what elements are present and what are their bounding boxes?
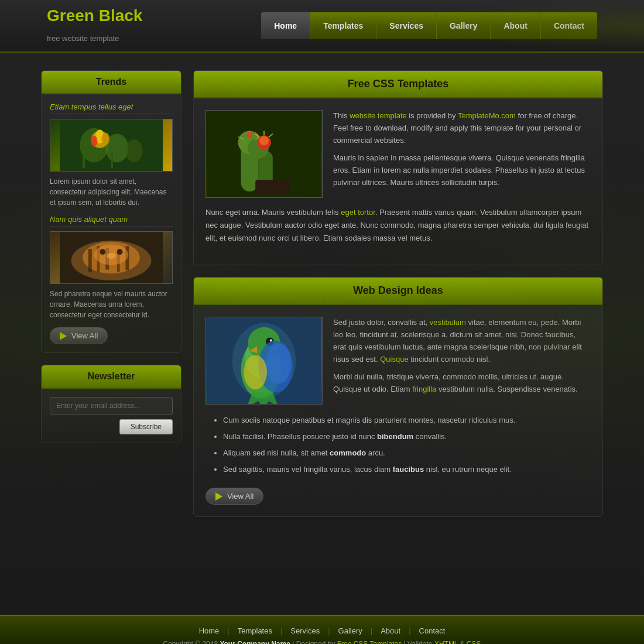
sidebar: Trends Etiam tempus tellus eget (41, 70, 181, 529)
newsletter-header: Newsletter (42, 365, 181, 389)
nav-home[interactable]: Home (261, 12, 310, 39)
bullet-list: Cum sociis natoque penatibus et magnis d… (205, 413, 591, 477)
svg-rect-7 (83, 154, 85, 168)
svg-point-5 (91, 135, 98, 147)
css-templates-content: This website template is provided by Tem… (194, 98, 602, 265)
svg-point-32 (259, 136, 269, 145)
footer-services[interactable]: Services (282, 626, 328, 635)
parrot-image (205, 317, 323, 405)
web-design-content: Sed justo dolor, convallis at, vestibulu… (194, 305, 602, 516)
trend2-title: Nam quis aliquet quam (50, 215, 173, 227)
main-nav: Home Templates Services Gallery About Co… (261, 12, 597, 39)
article1-para2: Mauris in sapien in massa pellentesque v… (333, 152, 591, 189)
webdesign-view-all-button[interactable]: View All (205, 488, 263, 505)
article2-layout: Sed justo dolor, convallis at, vestibulu… (205, 317, 591, 405)
vestibulum-link[interactable]: vestibulum (430, 318, 466, 327)
play-icon-2 (215, 492, 222, 501)
newsletter-content: Subscribe (42, 389, 181, 443)
article2-para2: Morbi dui nulla, tristique viverra, comm… (333, 371, 591, 396)
svg-point-45 (266, 344, 291, 384)
footer-home[interactable]: Home (191, 626, 228, 635)
bullet-item: Cum sociis natoque penatibus et magnis d… (223, 413, 591, 428)
website-template-link[interactable]: website template (350, 111, 407, 120)
header: Green Black free website template Home T… (0, 0, 644, 53)
footer-nav: Home | Templates | Services | Gallery | … (0, 626, 644, 635)
svg-point-9 (125, 139, 142, 162)
trends-header: Trends (42, 71, 181, 94)
svg-point-19 (100, 249, 105, 255)
main-content: Free CSS Templates (193, 70, 603, 529)
nav-templates[interactable]: Templates (310, 12, 376, 39)
cactus-image (205, 110, 323, 198)
site-title: Green Black free website template (47, 6, 176, 45)
outer-wrapper: Trends Etiam tempus tellus eget (0, 53, 644, 615)
nav-gallery[interactable]: Gallery (437, 12, 491, 39)
article1-layout: This website template is provided by Tem… (205, 110, 591, 198)
web-design-header: Web Design Ideas (194, 278, 602, 305)
play-icon (60, 332, 67, 340)
view-all-label: View All (71, 331, 98, 340)
footer: Home | Templates | Services | Gallery | … (0, 615, 644, 644)
content-wrapper: Trends Etiam tempus tellus eget (0, 64, 644, 546)
quisque-link[interactable]: Quisque (380, 355, 408, 364)
bullet-item: Sed sagittis, mauris vel fringilla variu… (223, 462, 591, 477)
svg-rect-36 (255, 180, 290, 194)
trend1-title: Etiam tempus tellus eget (50, 102, 173, 114)
email-input[interactable] (50, 397, 173, 415)
trend2-text: Sed pharetra neque vel mauris auctor orn… (50, 289, 173, 320)
footer-gallery[interactable]: Gallery (330, 626, 371, 635)
free-css-link[interactable]: Free CSS Templates (337, 640, 402, 644)
trends-content: Etiam tempus tellus eget (42, 94, 181, 352)
view-all-label-2: View All (227, 492, 254, 501)
site-title-text: Green Black (47, 6, 142, 25)
templatemo-link[interactable]: TemplateMo.com (458, 111, 516, 120)
footer-contact[interactable]: Contact (411, 626, 454, 635)
svg-point-30 (246, 132, 252, 138)
footer-about[interactable]: About (372, 626, 409, 635)
css-templates-section: Free CSS Templates (193, 70, 603, 265)
nav-services[interactable]: Services (376, 12, 437, 39)
nav-about[interactable]: About (491, 12, 540, 39)
trend2-image (50, 231, 173, 284)
bullet-item: Aliquam sed nisi nulla, sit amet commodo… (223, 446, 591, 461)
svg-point-20 (117, 249, 123, 255)
web-design-section: Web Design Ideas (193, 277, 603, 517)
subscribe-button[interactable]: Subscribe (119, 419, 173, 434)
footer-templates[interactable]: Templates (229, 626, 280, 635)
article1-para1: This website template is provided by Tem… (333, 110, 591, 146)
nav-contact[interactable]: Contact (541, 12, 597, 39)
css-templates-header: Free CSS Templates (194, 71, 602, 98)
svg-rect-8 (111, 151, 113, 168)
svg-point-21 (107, 253, 116, 259)
css-link[interactable]: CSS (467, 640, 481, 644)
trend1-image (50, 119, 173, 172)
site-subtitle: free website template (47, 34, 119, 43)
trend1-text: Lorem ipsum dolor sit amet, consectetur … (50, 176, 173, 208)
xhtml-link[interactable]: XHTML (434, 640, 458, 644)
trends-view-all-button[interactable]: View All (50, 327, 108, 344)
article2-text: Sed justo dolor, convallis at, vestibulu… (333, 317, 591, 405)
site-branding: Green Black free website template (47, 6, 176, 45)
svg-point-6 (101, 132, 109, 145)
svg-point-46 (244, 355, 266, 389)
bullet-item: Nulla facilisi. Phasellus posuere justo … (223, 429, 591, 444)
svg-rect-13 (88, 249, 92, 272)
article1-full-text: Nunc eget urna. Mauris vestibulum felis … (205, 206, 591, 245)
footer-copyright: Copyright © 2048 Your Company Name | Des… (0, 640, 644, 644)
article2-para1: Sed justo dolor, convallis at, vestibulu… (333, 317, 591, 365)
trends-box: Trends Etiam tempus tellus eget (41, 70, 181, 353)
article1-text: This website template is provided by Tem… (333, 110, 591, 198)
newsletter-box: Newsletter Subscribe (41, 365, 181, 443)
